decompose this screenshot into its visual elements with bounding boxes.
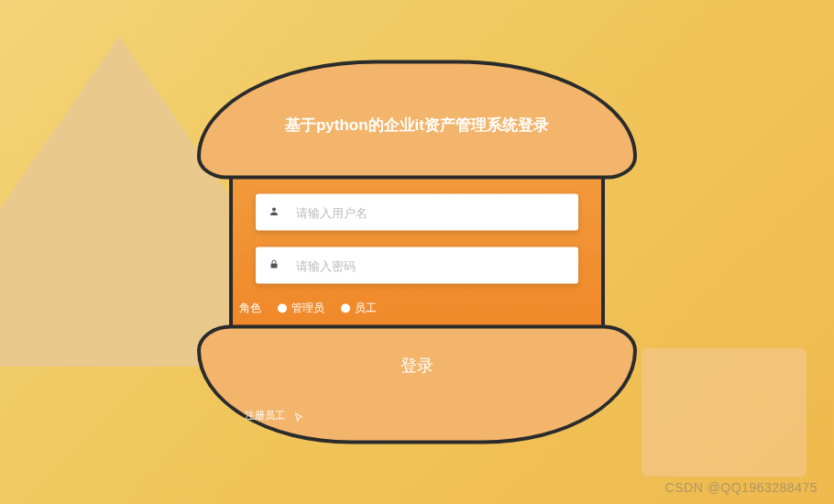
username-input[interactable]: [296, 205, 565, 219]
password-field-wrapper: [256, 247, 578, 284]
login-button[interactable]: 登录: [401, 355, 433, 377]
panel-header: 基于python的企业it资产管理系统登录: [197, 60, 637, 180]
role-radio-employee[interactable]: 员工: [341, 301, 377, 316]
password-input[interactable]: [296, 258, 565, 272]
svg-point-0: [272, 207, 276, 211]
login-panel: 基于python的企业it资产管理系统登录 角色 管理员 员工: [197, 60, 637, 444]
register-employee-link[interactable]: 注册员工: [245, 409, 285, 422]
watermark-text: CSDN @QQ1963288475: [665, 480, 818, 495]
radio-label-employee: 员工: [355, 301, 377, 316]
role-selector: 角色 管理员 员工: [239, 301, 578, 316]
radio-icon: [278, 303, 287, 312]
lock-icon: [269, 258, 283, 272]
panel-footer: 登录 注册员工: [197, 325, 637, 444]
page-title: 基于python的企业it资产管理系统登录: [285, 114, 549, 135]
role-radio-admin[interactable]: 管理员: [278, 301, 324, 316]
radio-icon: [341, 303, 350, 312]
login-form: 角色 管理员 员工: [229, 176, 605, 329]
svg-rect-1: [271, 263, 278, 268]
radio-label-admin: 管理员: [291, 301, 324, 316]
role-label: 角色: [239, 301, 261, 316]
cursor-icon: [292, 412, 305, 428]
username-field-wrapper: [256, 194, 578, 231]
background-cube: [642, 348, 807, 477]
user-icon: [269, 205, 283, 219]
